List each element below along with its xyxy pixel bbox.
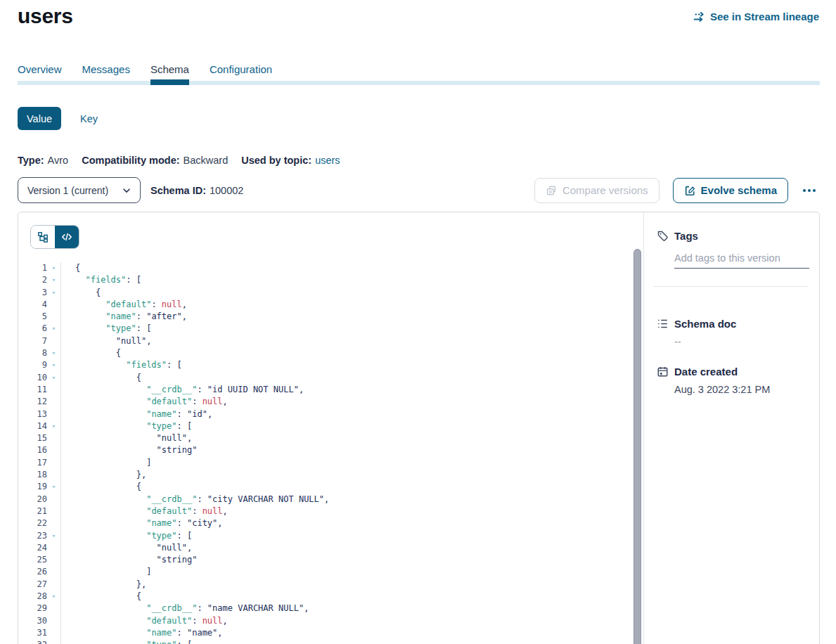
- editor-view-toggle: [30, 225, 79, 249]
- date-created-value: Aug. 3 2022 3:21 PM: [674, 384, 809, 397]
- code-text: "string": [60, 554, 643, 566]
- collapse-caret-icon[interactable]: ▾: [47, 274, 60, 286]
- meta-topic: Used by topic:users: [241, 155, 340, 166]
- code-text: "name": "name",: [60, 627, 643, 639]
- schema-card: 1▾{2▾ "fields": [3▾ {4 "default": null,5…: [18, 212, 820, 644]
- collapse-caret-icon[interactable]: ▾: [47, 347, 60, 359]
- tab-overview[interactable]: Overview: [18, 63, 62, 78]
- line-number: 17: [18, 457, 47, 469]
- schema-id-value: 100002: [210, 185, 243, 196]
- caret-spacer: [47, 335, 60, 347]
- compare-versions-label: Compare versions: [562, 184, 648, 196]
- code-text: },: [60, 579, 643, 591]
- line-number: 8: [18, 347, 47, 359]
- code-text: ]: [60, 566, 643, 578]
- code-line: 1▾{: [18, 262, 643, 274]
- tab-messages[interactable]: Messages: [82, 63, 130, 78]
- sidebar-divider: [653, 286, 809, 287]
- used-by-topic-link[interactable]: users: [315, 155, 340, 166]
- collapse-caret-icon[interactable]: ▾: [47, 323, 60, 335]
- code-text: "default": null,: [60, 615, 643, 627]
- line-number: 25: [18, 554, 47, 566]
- caret-spacer: [47, 469, 60, 481]
- date-created-section: Date created Aug. 3 2022 3:21 PM: [657, 364, 809, 397]
- code-line: 32▾ "type": [: [18, 639, 643, 644]
- code-line: 30 "default": null,: [18, 615, 643, 627]
- line-number: 18: [18, 469, 47, 481]
- version-select[interactable]: Version 1 (current): [18, 177, 141, 203]
- collapse-caret-icon[interactable]: ▾: [47, 530, 60, 542]
- copy-icon: [546, 185, 557, 196]
- code-text: {: [60, 347, 643, 359]
- schema-doc-section: Schema doc --: [657, 316, 809, 349]
- code-line: 7 "null",: [18, 335, 643, 347]
- line-number: 4: [18, 299, 47, 311]
- line-number: 23: [18, 530, 47, 542]
- code-line: 8▾ {: [18, 347, 643, 359]
- code-line: 5 "name": "after",: [18, 311, 643, 323]
- collapse-caret-icon[interactable]: ▾: [47, 287, 60, 299]
- collapse-caret-icon[interactable]: ▾: [47, 481, 60, 493]
- code-text: "default": null,: [60, 505, 643, 517]
- date-created-heading-label: Date created: [674, 366, 738, 378]
- collapse-caret-icon[interactable]: ▾: [47, 262, 60, 274]
- code-text: "null",: [60, 542, 643, 554]
- code-line: 12 "default": null,: [18, 396, 643, 408]
- collapse-caret-icon[interactable]: ▾: [47, 420, 60, 432]
- meta-type-value: Avro: [48, 155, 69, 166]
- code-text: "name": "city",: [60, 517, 643, 529]
- line-number: 26: [18, 566, 47, 578]
- schema-id-label: Schema ID:: [150, 185, 206, 196]
- evolve-schema-button[interactable]: Evolve schema: [673, 178, 788, 203]
- collapse-caret-icon[interactable]: ▾: [47, 359, 60, 371]
- code-text: "type": [: [60, 420, 643, 432]
- schema-part-toggle: Value Key: [18, 107, 98, 130]
- caret-spacer: [47, 494, 60, 505]
- code-line: 9▾ "fields": [: [18, 359, 643, 371]
- tag-icon: [657, 230, 669, 242]
- version-toolbar: Version 1 (current) Schema ID:100002 Com…: [18, 177, 820, 203]
- code-text: "__crdb__": "name VARCHAR NULL",: [60, 603, 643, 614]
- caret-spacer: [47, 408, 60, 420]
- date-created-heading: Date created: [657, 364, 809, 378]
- value-toggle-button[interactable]: Value: [18, 107, 61, 130]
- code-line: 18 },: [18, 469, 643, 481]
- code-text: "fields": [: [60, 274, 643, 286]
- line-number: 1: [18, 262, 47, 274]
- collapse-caret-icon[interactable]: ▾: [47, 591, 60, 603]
- caret-spacer: [47, 579, 60, 591]
- code-line: 28▾ {: [18, 591, 643, 603]
- caret-spacer: [47, 542, 60, 554]
- editor-scrollbar[interactable]: [634, 249, 641, 644]
- code-line: 14▾ "type": [: [18, 420, 643, 432]
- tree-view-toggle[interactable]: [31, 226, 55, 248]
- code-text: "type": [: [60, 323, 643, 335]
- code-text: "name": "after",: [60, 311, 643, 323]
- line-number: 22: [18, 517, 47, 529]
- collapse-caret-icon[interactable]: ▾: [47, 372, 60, 384]
- tab-bar: Overview Messages Schema Configuration: [18, 63, 272, 78]
- compare-versions-button[interactable]: Compare versions: [534, 178, 660, 203]
- code-line: 19▾ {: [18, 481, 643, 493]
- key-toggle-button[interactable]: Key: [80, 113, 98, 124]
- code-editor: 1▾{2▾ "fields": [3▾ {4 "default": null,5…: [18, 262, 643, 644]
- code-text: {: [60, 262, 643, 274]
- tab-schema[interactable]: Schema: [150, 63, 189, 78]
- tags-input[interactable]: [674, 251, 809, 269]
- line-number: 13: [18, 408, 47, 420]
- more-options-button[interactable]: [799, 178, 820, 203]
- code-text: "type": [: [60, 530, 643, 542]
- line-number: 14: [18, 420, 47, 432]
- code-view-toggle[interactable]: [55, 226, 79, 248]
- code-text: "null",: [60, 432, 643, 444]
- caret-spacer: [47, 311, 60, 323]
- see-in-stream-lineage-link[interactable]: See in Stream lineage: [693, 11, 819, 22]
- tab-configuration[interactable]: Configuration: [210, 63, 272, 78]
- code-text: "default": null,: [60, 299, 643, 311]
- caret-spacer: [47, 603, 60, 614]
- code-line: 13 "name": "id",: [18, 408, 643, 420]
- tab-strip: [18, 81, 820, 85]
- line-number: 15: [18, 432, 47, 444]
- collapse-caret-icon[interactable]: ▾: [47, 639, 60, 644]
- code-line: 16 "string": [18, 444, 643, 456]
